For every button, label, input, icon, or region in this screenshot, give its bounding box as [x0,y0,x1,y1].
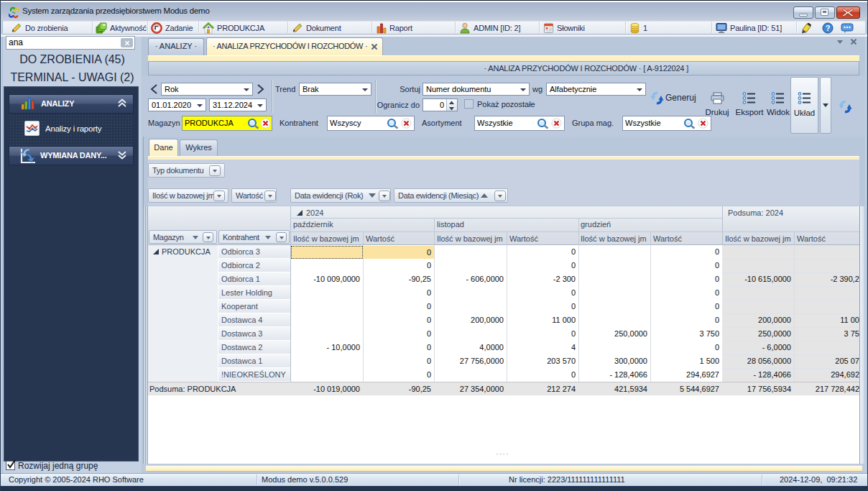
svg-text:?: ? [826,24,831,32]
